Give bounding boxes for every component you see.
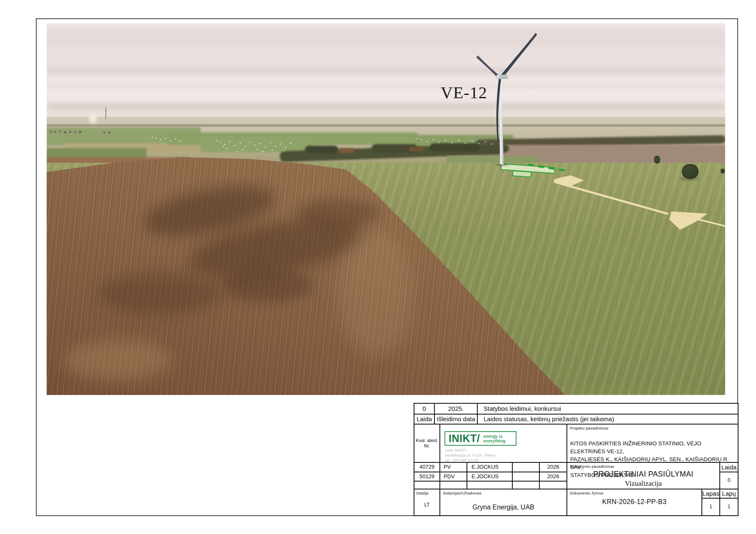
sheet-header: Lapas — [702, 489, 719, 498]
signature-name: E.JOCKUS — [467, 472, 512, 481]
signature-cert: 40729 — [414, 463, 439, 472]
turbine-blade — [477, 55, 499, 77]
tree — [682, 164, 699, 179]
turbine-id-label: VE-12 — [441, 83, 495, 102]
soil-blotch — [222, 269, 313, 302]
revision-header-date: Išleidimo data — [435, 415, 477, 424]
table-line — [414, 515, 739, 516]
soil-blotch — [97, 273, 222, 315]
sheets-total-value: 1 — [720, 499, 738, 515]
signature-sign — [513, 463, 539, 472]
company-cell: INIKT/ energy is everything UAB "INIKTI"… — [440, 425, 566, 462]
qualification-line2: Nr. — [424, 443, 430, 449]
company-phone: tel. +370 687 21720 — [445, 458, 478, 462]
table-line — [738, 403, 739, 516]
distant-treeline — [47, 124, 725, 127]
qualification-cell: Kval. atest. Nr. — [414, 425, 439, 462]
turbine-nose-cone — [497, 75, 499, 79]
doc-mark-cell: Dokumento žymuo KRN-2026-12-PP-B3 — [567, 489, 701, 515]
project-name-cell: Projekto pavadinimas KITOS PASKIRTIES IN… — [567, 425, 738, 462]
revision-header-status: Laidos statusas, keitimų priežastis (jei… — [478, 415, 738, 424]
qualification-line1: Kval. atest. — [416, 438, 438, 443]
signature-role: PV — [440, 463, 467, 472]
revision-number: 0 — [414, 404, 434, 414]
sheet-value: 1 — [702, 499, 719, 515]
farm-buildings — [50, 131, 52, 132]
soil-blotch — [338, 231, 413, 356]
doc-mark-label: Dokumento žymuo — [570, 491, 604, 495]
signature-year: 2026 — [540, 463, 566, 472]
bird-flock — [152, 137, 153, 138]
project-label: Projekto pavadinimas — [570, 426, 609, 430]
sky-haze — [47, 103, 725, 110]
autumn-tree — [409, 147, 424, 152]
field-patch — [201, 137, 313, 152]
tree — [721, 169, 725, 174]
inikti-logo: INIKT/ energy is everything — [444, 431, 516, 446]
laida-value: 0 — [720, 472, 738, 489]
signature-cert: 50129 — [414, 472, 439, 481]
title-block: 0 2025. Statybos leidimui, konkursui Lai… — [414, 403, 739, 516]
bird-flock — [217, 140, 218, 141]
document-subtitle: Vizualizacija — [567, 479, 719, 488]
logo-wordmark: INIKT/ — [449, 432, 480, 445]
client-value: Gryna Energija, UAB — [440, 499, 566, 515]
document-title: PROJEKTINIAI PASIŪLYMAI — [567, 470, 719, 479]
laida-header: Laida — [720, 463, 738, 472]
company-address: Konstitucijos pr. 9-125, Vilnius — [445, 453, 495, 457]
doc-mark-value: KRN-2026-12-PP-B3 — [567, 495, 701, 509]
stage-label: Stadija — [416, 491, 429, 495]
tree — [654, 156, 660, 164]
logo-tagline: energy is everything — [483, 434, 505, 443]
distant-mast — [105, 107, 106, 119]
sky-haze — [47, 67, 725, 74]
soil-blotch — [297, 198, 380, 227]
autumn-tree — [338, 148, 355, 153]
sky-haze — [47, 84, 725, 89]
revision-status: Statybos leidimui, konkursui — [478, 404, 738, 414]
bird-flock — [417, 138, 418, 139]
sheets-total-header: Lapų — [720, 489, 738, 498]
smoke-plume — [90, 115, 96, 123]
signature-sign — [513, 472, 539, 481]
revision-date: 2025. — [435, 404, 477, 414]
client-label: Statytojas/Užsakovas — [443, 491, 482, 495]
table-line — [414, 481, 566, 482]
document-name-cell: Dokumento pavadinimas PROJEKTINIAI PASIŪ… — [567, 463, 719, 489]
signature-role: PDV — [440, 472, 467, 481]
signature-name: E.JOCKUS — [467, 463, 512, 472]
visualization-photo: VE-12 — [47, 23, 725, 395]
tree-clump — [305, 146, 338, 153]
stage-value: LT — [414, 497, 439, 514]
company-name: UAB "INIKTI" — [445, 448, 467, 452]
revision-header-laida: Laida — [414, 415, 434, 424]
drawing-sheet: VE-12 0 2025. Statybos leidimui, konkurs… — [0, 0, 756, 534]
client-cell: Statytojas/Užsakovas Gryna Energija, UAB — [440, 489, 566, 515]
turbine-blade — [501, 33, 537, 78]
sky-haze — [47, 29, 725, 47]
soil-blotch — [63, 340, 172, 381]
document-label: Dokumento pavadinimas — [570, 464, 614, 469]
stage-cell: Stadija LT — [414, 489, 439, 515]
signature-year: 2026 — [540, 472, 566, 481]
